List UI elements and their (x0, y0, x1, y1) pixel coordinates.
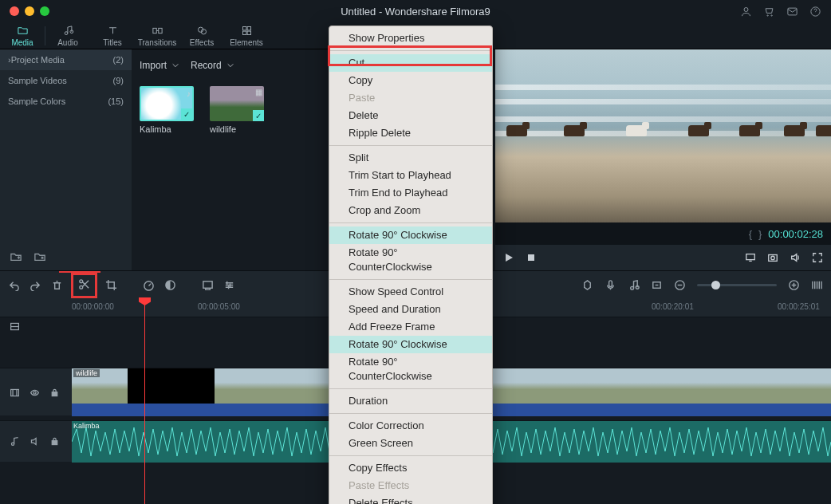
record-dropdown[interactable]: Record (191, 60, 234, 71)
keyframe-icon[interactable] (651, 279, 663, 291)
context-menu-item[interactable]: Trim Start to Playhead (329, 167, 492, 184)
delete-folder-icon[interactable] (33, 251, 46, 262)
track-settings-icon[interactable] (10, 321, 20, 332)
tab-effects[interactable]: Effects (179, 25, 224, 47)
sidebar-item-project-media[interactable]: ›Project Media (2) (0, 49, 132, 70)
zoom-fit-icon[interactable] (811, 279, 823, 291)
zoom-slider[interactable] (697, 284, 777, 286)
context-menu-item[interactable]: Ripple Delete (329, 124, 492, 142)
undo-icon[interactable] (8, 279, 20, 291)
svg-point-0 (744, 7, 748, 11)
music-note-icon[interactable] (10, 436, 20, 447)
minimize-window-icon[interactable] (25, 6, 34, 16)
ruler-tick: 00:00:00:00 (72, 302, 114, 311)
message-icon[interactable] (786, 6, 798, 18)
context-menu-item[interactable]: Trim End to Playhead (329, 184, 492, 202)
media-thumbnail[interactable]: ▦ ✓ wildlife (210, 86, 266, 134)
context-menu-item: Paste (329, 89, 492, 107)
speed-icon[interactable] (143, 279, 155, 291)
redo-icon[interactable] (30, 279, 41, 291)
chevron-down-icon (171, 61, 179, 69)
svg-rect-14 (746, 254, 755, 260)
tab-elements[interactable]: Elements (224, 25, 269, 47)
audio-mixer-icon[interactable] (628, 279, 640, 291)
adjust-icon[interactable] (223, 279, 235, 291)
cart-icon[interactable] (763, 6, 775, 18)
tab-media[interactable]: Media (0, 25, 45, 47)
bracket-left-icon[interactable]: { (749, 228, 752, 240)
tab-titles-label: Titles (103, 38, 122, 47)
sidebar-item-sample-videos[interactable]: Sample Videos (9) (0, 70, 132, 91)
context-menu-item[interactable]: Delete (329, 107, 492, 124)
thumbnail-label: Kalimba (140, 124, 195, 134)
lock-icon[interactable] (49, 436, 60, 447)
green-screen-icon[interactable] (202, 279, 214, 291)
context-menu-item[interactable]: Split (329, 149, 492, 167)
help-icon[interactable] (809, 6, 821, 18)
context-menu-item[interactable]: Rotate 90° Clockwise (329, 226, 492, 244)
zoom-in-icon[interactable] (788, 279, 800, 291)
snapshot-icon[interactable] (767, 252, 778, 263)
svg-rect-13 (528, 254, 534, 261)
visibility-icon[interactable] (30, 388, 40, 398)
context-menu-item[interactable]: Duration (329, 392, 492, 410)
context-menu-item[interactable]: Show Properties (329, 30, 492, 47)
svg-point-18 (80, 285, 83, 289)
account-icon[interactable] (740, 6, 752, 18)
sidebar-count: (2) (113, 55, 124, 65)
playhead[interactable] (144, 299, 145, 504)
close-window-icon[interactable] (10, 6, 19, 16)
svg-rect-10 (247, 26, 250, 30)
svg-rect-33 (52, 441, 57, 445)
sidebar-label: Sample Colors (8, 96, 65, 106)
context-menu-item[interactable]: Copy Effects (329, 459, 492, 477)
preview-viewport[interactable] (495, 49, 831, 222)
volume-icon[interactable] (790, 252, 801, 263)
tab-transitions[interactable]: Transitions (135, 25, 179, 47)
bracket-right-icon[interactable]: } (758, 228, 762, 240)
import-label: Import (140, 60, 167, 71)
voiceover-icon[interactable] (605, 279, 616, 291)
crop-icon[interactable] (105, 279, 117, 291)
marker-icon[interactable] (581, 279, 593, 291)
fullscreen-icon[interactable] (812, 252, 823, 263)
play-icon[interactable] (503, 252, 514, 263)
maximize-window-icon[interactable] (40, 6, 49, 16)
delete-icon[interactable] (51, 279, 63, 291)
mute-icon[interactable] (30, 436, 40, 447)
context-menu-item[interactable]: Rotate 90° CounterClockwise (329, 244, 492, 276)
zoom-out-icon[interactable] (674, 279, 686, 291)
context-menu-item[interactable]: Green Screen (329, 435, 492, 452)
context-menu-item: Paste Effects (329, 477, 492, 494)
context-menu-item[interactable]: Crop and Zoom (329, 202, 492, 219)
lock-icon[interactable] (49, 388, 60, 398)
new-folder-icon[interactable] (10, 251, 22, 262)
stop-icon[interactable] (526, 252, 537, 263)
svg-rect-1 (788, 8, 797, 15)
tab-audio[interactable]: Audio (45, 25, 90, 47)
audio-track-header (0, 421, 72, 462)
context-menu-item[interactable]: Speed and Duration (329, 301, 492, 318)
tab-titles[interactable]: Titles (90, 25, 135, 47)
sidebar-item-sample-colors[interactable]: Sample Colors (15) (0, 91, 132, 112)
context-menu-item[interactable]: Copy (329, 72, 492, 89)
context-menu-item[interactable]: Rotate 90° CounterClockwise (329, 353, 492, 385)
context-menu-item[interactable]: Show Speed Control (329, 283, 492, 301)
highlight-annotation (328, 45, 492, 66)
import-dropdown[interactable]: Import (140, 60, 179, 71)
clip-label: wildlife (73, 369, 100, 377)
media-thumbnail[interactable]: ♪ ✓ Kalimba (140, 86, 195, 134)
context-menu-item[interactable]: Delete Effects (329, 494, 492, 504)
window-controls[interactable] (0, 6, 49, 16)
filmstrip-icon[interactable] (10, 388, 20, 398)
display-settings-icon[interactable] (745, 252, 756, 263)
record-label: Record (191, 60, 222, 71)
context-menu-separator (329, 222, 492, 223)
context-menu-item[interactable]: Rotate 90° Clockwise (329, 336, 492, 353)
context-menu-item[interactable]: Add Freeze Frame (329, 318, 492, 336)
split-clip-button[interactable] (71, 273, 97, 298)
color-icon[interactable] (164, 279, 176, 291)
context-menu-item[interactable]: Color Correction (329, 417, 492, 435)
context-menu-separator (329, 388, 492, 389)
sidebar-count: (9) (113, 76, 124, 85)
